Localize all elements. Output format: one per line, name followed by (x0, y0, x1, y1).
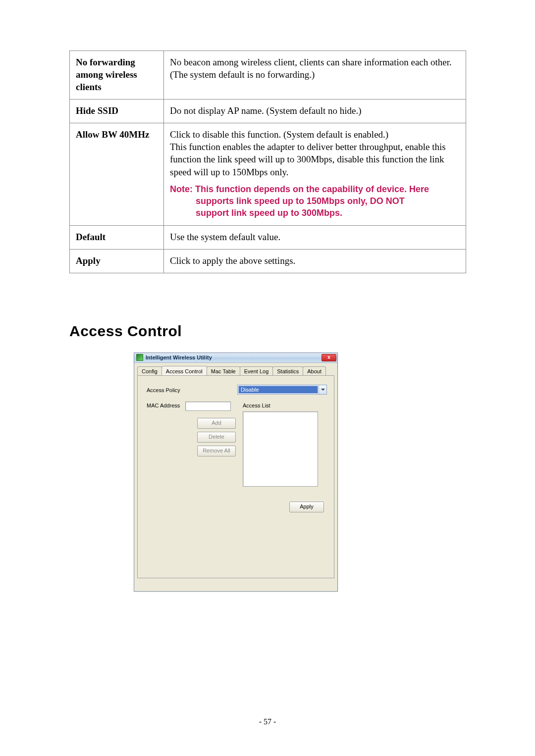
row-access-policy: Access Policy Disable (147, 385, 327, 395)
tab-about[interactable]: About (303, 366, 326, 376)
cell-desc: Click to disable this function. (System … (164, 123, 466, 225)
cell-desc: Use the system default value. (164, 225, 466, 249)
note-text: Note: This function depends on the capab… (170, 183, 460, 219)
cell-label: Apply (70, 249, 164, 273)
access-list-group: Access List (243, 403, 318, 487)
tab-event-log[interactable]: Event Log (240, 366, 273, 376)
chevron-down-icon[interactable] (319, 385, 326, 394)
tab-access-control[interactable]: Access Control (161, 366, 207, 375)
apply-button[interactable]: Apply (289, 502, 324, 512)
close-icon[interactable]: x (321, 354, 336, 361)
cell-desc: No beacon among wireless client, clients… (164, 51, 466, 100)
add-button[interactable]: Add (197, 418, 236, 429)
page-number: - 57 - (0, 717, 535, 726)
access-policy-value: Disable (238, 386, 318, 394)
access-list-listbox[interactable] (243, 411, 318, 487)
tab-config[interactable]: Config (137, 366, 162, 376)
utility-window: Intelligent Wireless Utility x Config Ac… (134, 353, 338, 592)
dialog-footer (134, 581, 337, 591)
table-row: Apply Click to apply the above settings. (70, 249, 466, 273)
feature-table: No forwarding among wireless clients No … (69, 50, 466, 273)
cell-desc: Do not display AP name. (System default … (164, 100, 466, 123)
titlebar[interactable]: Intelligent Wireless Utility x (134, 353, 337, 363)
mac-address-input[interactable] (185, 402, 231, 411)
label-mac-address: MAC Address (147, 402, 185, 408)
tab-statistics[interactable]: Statistics (272, 366, 303, 376)
app-icon (136, 354, 143, 361)
remove-all-button[interactable]: Remove All (197, 446, 236, 456)
cell-label: Allow BW 40MHz (70, 123, 164, 225)
cell-label: Hide SSID (70, 100, 164, 123)
table-row: No forwarding among wireless clients No … (70, 51, 466, 100)
delete-button[interactable]: Delete (197, 432, 236, 443)
note-line3: support link speed up to 300Mbps. (170, 207, 460, 219)
table-row: Allow BW 40MHz Click to disable this fun… (70, 123, 466, 225)
note-line2: supports link speed up to 150Mbps only, … (170, 195, 460, 207)
tab-panel: Access Policy Disable MAC Address Add De… (137, 375, 334, 578)
desc-text: Click to disable this function. (System … (170, 129, 446, 177)
cell-label: No forwarding among wireless clients (70, 51, 164, 100)
cell-desc: Click to apply the above settings. (164, 249, 466, 273)
note-line1: Note: This function depends on the capab… (170, 184, 429, 194)
access-policy-select[interactable]: Disable (237, 385, 327, 395)
window-title: Intelligent Wireless Utility (146, 354, 321, 360)
button-column: Add Delete Remove All (197, 418, 236, 456)
tab-mac-table[interactable]: Mac Table (207, 366, 240, 376)
table-row: Default Use the system default value. (70, 225, 466, 249)
label-access-policy: Access Policy (147, 386, 237, 393)
tab-strip: Config Access Control Mac Table Event Lo… (134, 363, 337, 375)
table-row: Hide SSID Do not display AP name. (Syste… (70, 100, 466, 123)
label-access-list: Access List (243, 403, 318, 408)
section-heading: Access Control (69, 323, 468, 340)
cell-label: Default (70, 225, 164, 249)
